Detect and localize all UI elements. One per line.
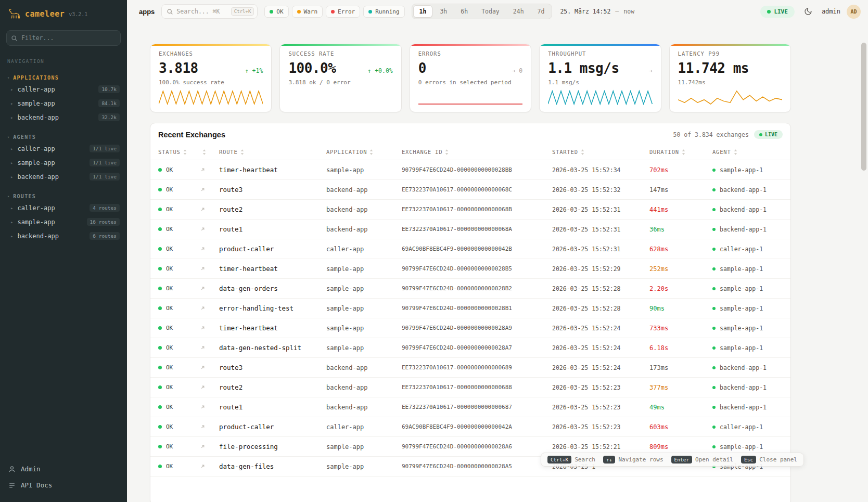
global-search[interactable]: Ctrl+K xyxy=(161,4,258,19)
agent-live-dot-icon xyxy=(712,406,716,409)
live-toggle[interactable]: LIVE xyxy=(760,6,795,18)
table-row[interactable]: OK timer-heartbeat sample-app 90799F47E6… xyxy=(150,259,790,279)
nav-section-header[interactable]: ▾ APPLICATIONS xyxy=(0,73,127,82)
open-detail-icon[interactable] xyxy=(200,266,219,272)
sidebar-footer-api-docs[interactable]: API Docs xyxy=(7,478,120,493)
sidebar-filter-input[interactable] xyxy=(6,30,121,46)
sidebar-item-backend-app[interactable]: ▸ backend-app 1/1 live xyxy=(0,170,127,184)
started-cell: 2026-03-25 15:52:24 xyxy=(552,325,649,332)
application-cell: sample-app xyxy=(326,265,402,273)
nav-section-header[interactable]: ▾ ROUTES xyxy=(0,192,127,201)
app-logo[interactable]: cameleer v3.2.1 xyxy=(0,0,127,25)
status-filter-ok[interactable]: OK xyxy=(264,6,288,18)
sidebar-item-sample-app[interactable]: ▸ sample-app 16 routes xyxy=(0,215,127,229)
time-range-1h[interactable]: 1h xyxy=(413,5,433,18)
column-header-duration[interactable]: DURATION xyxy=(649,149,712,155)
sidebar-item-backend-app[interactable]: ▸ backend-app 32.2k xyxy=(0,110,127,124)
stat-subtext: 1.1 msg/s xyxy=(548,79,652,86)
open-detail-icon[interactable] xyxy=(200,424,219,430)
open-detail-icon[interactable] xyxy=(200,384,219,390)
shortcut-hint: Ctrl+K Search xyxy=(547,456,595,464)
application-cell: sample-app xyxy=(326,285,402,292)
keyboard-shortcuts-bar: Ctrl+K Search ↑↓ Navigate rows Enter Ope… xyxy=(541,453,804,467)
status-filter-warn[interactable]: Warn xyxy=(292,6,323,18)
table-row[interactable]: OK route1 backend-app EE7322370A10617-00… xyxy=(150,397,790,417)
column-header-exchange-id[interactable]: EXCHANGE ID xyxy=(402,149,552,155)
status-cell: OK xyxy=(158,166,200,173)
status-filter-error[interactable]: Error xyxy=(326,6,360,18)
time-range-7d[interactable]: 7d xyxy=(531,5,551,18)
table-row[interactable]: OK product-caller caller-app 69AC90BF8EB… xyxy=(150,239,790,259)
sidebar-footer-admin[interactable]: Admin xyxy=(7,461,120,477)
open-detail-icon[interactable] xyxy=(200,167,219,173)
open-detail-icon[interactable] xyxy=(200,207,219,212)
nav-section-header[interactable]: ▾ AGENTS xyxy=(0,133,127,141)
agent-live-dot-icon xyxy=(712,248,716,251)
column-header-expand[interactable] xyxy=(200,149,219,155)
agent-live-dot-icon xyxy=(712,366,716,369)
open-detail-icon[interactable] xyxy=(200,226,219,232)
dark-mode-toggle[interactable] xyxy=(801,4,815,19)
avatar[interactable]: AD xyxy=(847,5,861,19)
column-header-status[interactable]: STATUS xyxy=(158,149,200,155)
column-label: STARTED xyxy=(552,149,578,155)
table-row[interactable]: OK timer-heartbeat sample-app 90799F47E6… xyxy=(150,160,790,180)
search-input[interactable] xyxy=(176,8,227,15)
status-cell: OK xyxy=(158,423,200,430)
ok-status-dot-icon xyxy=(158,306,162,310)
application-cell: sample-app xyxy=(326,463,402,470)
open-detail-icon[interactable] xyxy=(200,365,219,370)
open-detail-icon[interactable] xyxy=(200,345,219,351)
table-row[interactable]: OK data-gen-orders sample-app 90799F47E6… xyxy=(150,279,790,299)
agent-cell: sample-app-1 xyxy=(712,443,783,450)
sidebar-item-sample-app[interactable]: ▸ sample-app 1/1 live xyxy=(0,156,127,170)
table-row[interactable]: OK route3 backend-app EE7322370A10617-00… xyxy=(150,358,790,378)
open-detail-icon[interactable] xyxy=(200,325,219,331)
sidebar-item-label: backend-app xyxy=(17,233,85,240)
time-range-today[interactable]: Today xyxy=(475,5,506,18)
sidebar-item-sample-app[interactable]: ▸ sample-app 84.1k xyxy=(0,96,127,110)
shortcut-hint: Esc Close panel xyxy=(741,456,797,464)
open-detail-icon[interactable] xyxy=(200,464,219,469)
agent-live-dot-icon xyxy=(712,267,716,271)
open-detail-icon[interactable] xyxy=(200,246,219,252)
column-header-started[interactable]: STARTED xyxy=(552,149,649,155)
scrollbar-thumb[interactable] xyxy=(861,43,866,171)
column-header-route[interactable]: ROUTE xyxy=(219,149,326,155)
application-cell: backend-app xyxy=(326,404,402,411)
agent-label: backend-app-1 xyxy=(720,404,767,411)
table-row[interactable]: OK product-caller caller-app 69AC90BF8EB… xyxy=(150,417,790,437)
column-header-agent[interactable]: AGENT xyxy=(712,149,783,155)
time-range-24h[interactable]: 24h xyxy=(507,5,530,18)
agent-label: backend-app-1 xyxy=(720,186,767,194)
status-cell: OK xyxy=(158,246,200,252)
open-detail-icon[interactable] xyxy=(200,187,219,192)
footer-item-label: API Docs xyxy=(21,481,52,489)
status-filter-running[interactable]: Running xyxy=(363,6,404,18)
exchange-id-cell: EE7322370A10617-000000000000068A xyxy=(402,226,552,233)
status-cell: OK xyxy=(158,186,200,193)
table-row[interactable]: OK route1 backend-app EE7322370A10617-00… xyxy=(150,220,790,239)
table-row[interactable]: OK route2 backend-app EE7322370A10617-00… xyxy=(150,378,790,397)
sidebar-item-caller-app[interactable]: ▸ caller-app 10.7k xyxy=(0,82,127,96)
table-row[interactable]: OK error-handling-test sample-app 90799F… xyxy=(150,299,790,318)
table-row[interactable]: OK data-gen-nested-split sample-app 9079… xyxy=(150,338,790,358)
time-range-3h[interactable]: 3h xyxy=(433,5,453,18)
open-detail-icon[interactable] xyxy=(200,286,219,291)
sidebar-item-backend-app[interactable]: ▸ backend-app 6 routes xyxy=(0,229,127,243)
sidebar-item-badge: 1/1 live xyxy=(90,159,120,166)
started-cell: 2026-03-25 15:52:29 xyxy=(552,265,649,273)
column-header-application[interactable]: APPLICATION xyxy=(326,149,402,155)
table-row[interactable]: OK route2 backend-app EE7322370A10617-00… xyxy=(150,200,790,220)
status-cell: OK xyxy=(158,265,200,272)
time-range-6h[interactable]: 6h xyxy=(454,5,474,18)
open-detail-icon[interactable] xyxy=(200,305,219,311)
exchange-id-cell: EE7322370A10617-0000000000000688 xyxy=(402,384,552,391)
open-detail-icon[interactable] xyxy=(200,404,219,410)
table-row[interactable]: OK route3 backend-app EE7322370A10617-00… xyxy=(150,180,790,200)
duration-cell: 377ms xyxy=(649,384,712,391)
table-row[interactable]: OK timer-heartbeat sample-app 90799F47E6… xyxy=(150,318,790,338)
open-detail-icon[interactable] xyxy=(200,444,219,449)
sidebar-item-caller-app[interactable]: ▸ caller-app 1/1 live xyxy=(0,141,127,156)
sidebar-item-caller-app[interactable]: ▸ caller-app 4 routes xyxy=(0,201,127,215)
